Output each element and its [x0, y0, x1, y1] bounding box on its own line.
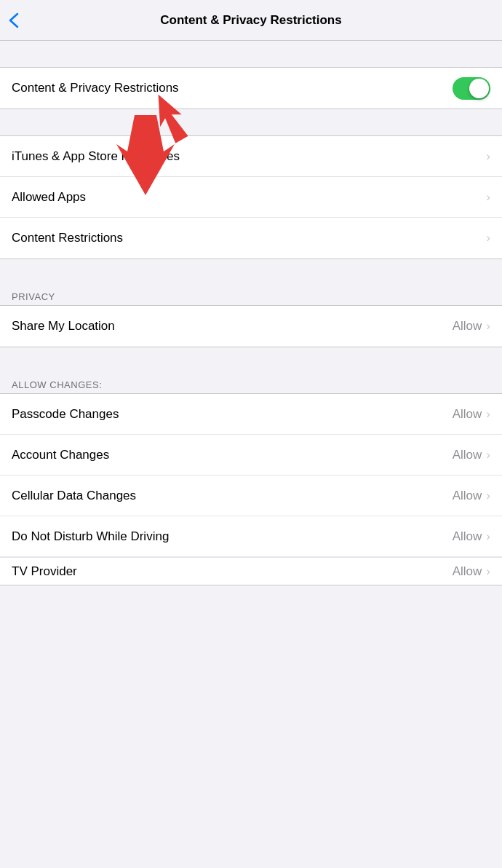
content-restrictions-item[interactable]: Content Restrictions ›	[0, 218, 502, 259]
share-location-chevron: ›	[486, 319, 490, 334]
passcode-changes-value: Allow	[453, 407, 482, 422]
privacy-section-header: PRIVACY	[0, 285, 502, 305]
toggle-knob	[469, 79, 489, 98]
passcode-changes-item[interactable]: Passcode Changes Allow ›	[0, 394, 502, 435]
share-location-right: Allow ›	[453, 319, 490, 334]
allowed-apps-right: ›	[485, 190, 490, 205]
itunes-purchases-item[interactable]: iTunes & App Store Purchases ›	[0, 136, 502, 177]
itunes-purchases-chevron: ›	[486, 149, 490, 164]
tv-provider-chevron: ›	[486, 564, 490, 579]
do-not-disturb-item[interactable]: Do Not Disturb While Driving Allow ›	[0, 516, 502, 557]
cellular-data-changes-chevron: ›	[486, 489, 490, 503]
content-privacy-toggle[interactable]	[453, 77, 490, 100]
account-changes-item[interactable]: Account Changes Allow ›	[0, 435, 502, 476]
main-settings-group: iTunes & App Store Purchases › Allowed A…	[0, 135, 502, 259]
tv-provider-right: Allow ›	[453, 564, 490, 579]
share-location-label: Share My Location	[12, 319, 115, 334]
content-privacy-toggle-row[interactable]: Content & Privacy Restrictions	[0, 68, 502, 108]
allow-changes-group: Passcode Changes Allow › Account Changes…	[0, 393, 502, 585]
tv-provider-label: TV Provider	[12, 564, 77, 579]
mid-gap-2	[0, 259, 502, 285]
itunes-purchases-right: ›	[485, 149, 490, 164]
do-not-disturb-value: Allow	[453, 529, 482, 544]
allow-changes-section-header: ALLOW CHANGES:	[0, 374, 502, 393]
top-gap	[0, 41, 502, 67]
share-location-item[interactable]: Share My Location Allow ›	[0, 306, 502, 347]
allowed-apps-chevron: ›	[486, 190, 490, 205]
cellular-data-changes-value: Allow	[453, 489, 482, 503]
back-button[interactable]	[9, 12, 20, 28]
back-chevron-icon	[9, 12, 19, 28]
itunes-purchases-label: iTunes & App Store Purchases	[12, 149, 180, 164]
do-not-disturb-label: Do Not Disturb While Driving	[12, 529, 169, 544]
content-restrictions-right: ›	[485, 231, 490, 245]
navigation-bar: Content & Privacy Restrictions	[0, 0, 502, 41]
content-restrictions-label: Content Restrictions	[12, 231, 123, 245]
passcode-changes-label: Passcode Changes	[12, 407, 119, 422]
account-changes-chevron: ›	[486, 448, 490, 462]
red-arrow-annotation	[124, 87, 218, 146]
svg-marker-0	[146, 90, 192, 146]
account-changes-right: Allow ›	[453, 448, 490, 462]
passcode-changes-chevron: ›	[486, 407, 490, 422]
do-not-disturb-right: Allow ›	[453, 529, 490, 544]
tv-provider-item[interactable]: TV Provider Allow ›	[0, 557, 502, 585]
account-changes-label: Account Changes	[12, 448, 109, 462]
allowed-apps-item[interactable]: Allowed Apps ›	[0, 177, 502, 218]
passcode-changes-right: Allow ›	[453, 407, 490, 422]
content-restrictions-chevron: ›	[486, 231, 490, 245]
privacy-group: Share My Location Allow ›	[0, 305, 502, 347]
cellular-data-changes-label: Cellular Data Changes	[12, 489, 136, 503]
tv-provider-value: Allow	[453, 564, 482, 579]
allowed-apps-label: Allowed Apps	[12, 190, 86, 205]
mid-gap-3	[0, 347, 502, 374]
cellular-data-changes-item[interactable]: Cellular Data Changes Allow ›	[0, 476, 502, 516]
mid-gap-1	[0, 109, 502, 135]
share-location-value: Allow	[453, 319, 482, 334]
do-not-disturb-chevron: ›	[486, 529, 490, 544]
toggle-section: Content & Privacy Restrictions	[0, 67, 502, 109]
page-title: Content & Privacy Restrictions	[160, 13, 341, 28]
cellular-data-changes-right: Allow ›	[453, 489, 490, 503]
account-changes-value: Allow	[453, 448, 482, 462]
